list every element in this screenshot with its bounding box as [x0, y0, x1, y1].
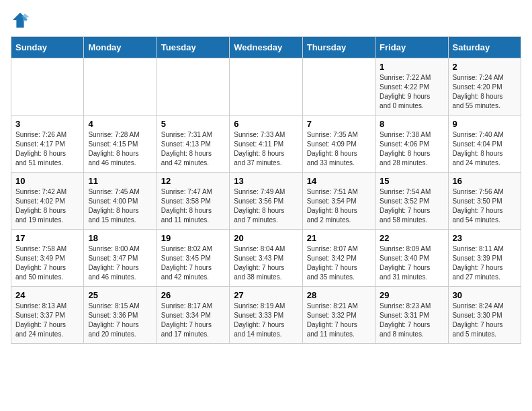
calendar-cell	[11, 58, 84, 116]
day-number: 29	[380, 290, 443, 300]
day-info: Sunrise: 7:56 AM Sunset: 3:50 PM Dayligh…	[453, 187, 517, 225]
calendar-cell: 21Sunrise: 8:07 AM Sunset: 3:42 PM Dayli…	[302, 230, 375, 287]
calendar-cell: 16Sunrise: 7:56 AM Sunset: 3:50 PM Dayli…	[448, 173, 521, 230]
day-info: Sunrise: 7:26 AM Sunset: 4:17 PM Dayligh…	[15, 130, 79, 168]
day-number: 30	[453, 290, 517, 300]
day-info: Sunrise: 7:24 AM Sunset: 4:20 PM Dayligh…	[453, 73, 517, 111]
calendar-cell: 19Sunrise: 8:02 AM Sunset: 3:45 PM Dayli…	[157, 230, 229, 287]
day-number: 21	[307, 233, 371, 243]
calendar-cell: 24Sunrise: 8:13 AM Sunset: 3:37 PM Dayli…	[11, 287, 84, 344]
day-number: 13	[234, 176, 298, 186]
day-number: 7	[307, 119, 371, 129]
day-info: Sunrise: 7:22 AM Sunset: 4:22 PM Dayligh…	[380, 73, 443, 111]
calendar-cell: 17Sunrise: 7:58 AM Sunset: 3:49 PM Dayli…	[11, 230, 84, 287]
calendar-header-row: SundayMondayTuesdayWednesdayThursdayFrid…	[11, 37, 521, 58]
day-info: Sunrise: 8:07 AM Sunset: 3:42 PM Dayligh…	[307, 244, 371, 282]
day-number: 9	[453, 119, 517, 129]
day-info: Sunrise: 7:58 AM Sunset: 3:49 PM Dayligh…	[15, 244, 79, 282]
calendar-cell: 20Sunrise: 8:04 AM Sunset: 3:43 PM Dayli…	[230, 230, 302, 287]
day-info: Sunrise: 8:13 AM Sunset: 3:37 PM Dayligh…	[15, 302, 79, 339]
day-info: Sunrise: 8:24 AM Sunset: 3:30 PM Dayligh…	[453, 302, 517, 339]
day-info: Sunrise: 8:19 AM Sunset: 3:33 PM Dayligh…	[234, 302, 298, 339]
calendar-week-row: 3Sunrise: 7:26 AM Sunset: 4:17 PM Daylig…	[11, 116, 521, 173]
day-info: Sunrise: 8:15 AM Sunset: 3:36 PM Dayligh…	[88, 302, 152, 339]
day-number: 5	[161, 119, 225, 129]
calendar-cell: 4Sunrise: 7:28 AM Sunset: 4:15 PM Daylig…	[84, 116, 157, 173]
logo-icon	[11, 11, 30, 30]
day-number: 6	[234, 119, 298, 129]
day-info: Sunrise: 7:54 AM Sunset: 3:52 PM Dayligh…	[380, 187, 443, 225]
calendar-cell: 28Sunrise: 8:21 AM Sunset: 3:32 PM Dayli…	[302, 287, 375, 344]
weekday-header-friday: Friday	[375, 37, 448, 58]
calendar-cell: 25Sunrise: 8:15 AM Sunset: 3:36 PM Dayli…	[84, 287, 157, 344]
calendar-cell: 8Sunrise: 7:38 AM Sunset: 4:06 PM Daylig…	[375, 116, 448, 173]
calendar-week-row: 1Sunrise: 7:22 AM Sunset: 4:22 PM Daylig…	[11, 58, 521, 116]
day-info: Sunrise: 8:09 AM Sunset: 3:40 PM Dayligh…	[380, 244, 443, 282]
calendar-cell: 15Sunrise: 7:54 AM Sunset: 3:52 PM Dayli…	[375, 173, 448, 230]
calendar-cell: 14Sunrise: 7:51 AM Sunset: 3:54 PM Dayli…	[302, 173, 375, 230]
day-number: 18	[88, 233, 152, 243]
day-number: 3	[15, 119, 79, 129]
day-info: Sunrise: 8:02 AM Sunset: 3:45 PM Dayligh…	[161, 244, 225, 282]
calendar-cell: 6Sunrise: 7:33 AM Sunset: 4:11 PM Daylig…	[230, 116, 302, 173]
day-info: Sunrise: 7:28 AM Sunset: 4:15 PM Dayligh…	[88, 130, 152, 168]
day-number: 14	[307, 176, 371, 186]
weekday-header-tuesday: Tuesday	[157, 37, 229, 58]
day-info: Sunrise: 8:11 AM Sunset: 3:39 PM Dayligh…	[453, 244, 517, 282]
day-info: Sunrise: 7:38 AM Sunset: 4:06 PM Dayligh…	[380, 130, 443, 168]
day-info: Sunrise: 7:31 AM Sunset: 4:13 PM Dayligh…	[161, 130, 225, 168]
day-number: 26	[161, 290, 225, 300]
day-info: Sunrise: 7:35 AM Sunset: 4:09 PM Dayligh…	[307, 130, 371, 168]
day-info: Sunrise: 8:23 AM Sunset: 3:31 PM Dayligh…	[380, 302, 443, 339]
weekday-header-saturday: Saturday	[448, 37, 521, 58]
calendar-cell: 30Sunrise: 8:24 AM Sunset: 3:30 PM Dayli…	[448, 287, 521, 344]
calendar-table: SundayMondayTuesdayWednesdayThursdayFrid…	[11, 36, 521, 344]
day-number: 23	[453, 233, 517, 243]
day-info: Sunrise: 8:00 AM Sunset: 3:47 PM Dayligh…	[88, 244, 152, 282]
calendar-week-row: 24Sunrise: 8:13 AM Sunset: 3:37 PM Dayli…	[11, 287, 521, 344]
calendar-cell: 2Sunrise: 7:24 AM Sunset: 4:20 PM Daylig…	[448, 58, 521, 116]
calendar-cell: 26Sunrise: 8:17 AM Sunset: 3:34 PM Dayli…	[157, 287, 229, 344]
day-info: Sunrise: 7:40 AM Sunset: 4:04 PM Dayligh…	[453, 130, 517, 168]
page-header	[11, 11, 521, 30]
calendar-cell: 18Sunrise: 8:00 AM Sunset: 3:47 PM Dayli…	[84, 230, 157, 287]
day-info: Sunrise: 7:42 AM Sunset: 4:02 PM Dayligh…	[15, 187, 79, 225]
day-info: Sunrise: 8:04 AM Sunset: 3:43 PM Dayligh…	[234, 244, 298, 282]
calendar-cell: 12Sunrise: 7:47 AM Sunset: 3:58 PM Dayli…	[157, 173, 229, 230]
calendar-cell: 7Sunrise: 7:35 AM Sunset: 4:09 PM Daylig…	[302, 116, 375, 173]
calendar-week-row: 17Sunrise: 7:58 AM Sunset: 3:49 PM Dayli…	[11, 230, 521, 287]
day-number: 22	[380, 233, 443, 243]
weekday-header-monday: Monday	[84, 37, 157, 58]
day-number: 24	[15, 290, 79, 300]
calendar-cell	[84, 58, 157, 116]
day-info: Sunrise: 7:47 AM Sunset: 3:58 PM Dayligh…	[161, 187, 225, 225]
day-number: 15	[380, 176, 443, 186]
day-number: 4	[88, 119, 152, 129]
day-info: Sunrise: 7:49 AM Sunset: 3:56 PM Dayligh…	[234, 187, 298, 225]
calendar-cell	[230, 58, 302, 116]
day-number: 16	[453, 176, 517, 186]
day-info: Sunrise: 7:51 AM Sunset: 3:54 PM Dayligh…	[307, 187, 371, 225]
calendar-cell	[302, 58, 375, 116]
calendar-cell: 23Sunrise: 8:11 AM Sunset: 3:39 PM Dayli…	[448, 230, 521, 287]
day-number: 12	[161, 176, 225, 186]
day-info: Sunrise: 8:21 AM Sunset: 3:32 PM Dayligh…	[307, 302, 371, 339]
day-number: 17	[15, 233, 79, 243]
calendar-cell: 13Sunrise: 7:49 AM Sunset: 3:56 PM Dayli…	[230, 173, 302, 230]
logo	[11, 11, 32, 30]
day-info: Sunrise: 7:45 AM Sunset: 4:00 PM Dayligh…	[88, 187, 152, 225]
day-number: 20	[234, 233, 298, 243]
day-number: 2	[453, 62, 517, 72]
calendar-cell	[157, 58, 229, 116]
day-number: 8	[380, 119, 443, 129]
day-number: 28	[307, 290, 371, 300]
day-number: 27	[234, 290, 298, 300]
calendar-cell: 29Sunrise: 8:23 AM Sunset: 3:31 PM Dayli…	[375, 287, 448, 344]
calendar-cell: 11Sunrise: 7:45 AM Sunset: 4:00 PM Dayli…	[84, 173, 157, 230]
day-number: 1	[380, 62, 443, 72]
day-info: Sunrise: 7:33 AM Sunset: 4:11 PM Dayligh…	[234, 130, 298, 168]
calendar-cell: 22Sunrise: 8:09 AM Sunset: 3:40 PM Dayli…	[375, 230, 448, 287]
day-number: 19	[161, 233, 225, 243]
calendar-week-row: 10Sunrise: 7:42 AM Sunset: 4:02 PM Dayli…	[11, 173, 521, 230]
calendar-cell: 10Sunrise: 7:42 AM Sunset: 4:02 PM Dayli…	[11, 173, 84, 230]
